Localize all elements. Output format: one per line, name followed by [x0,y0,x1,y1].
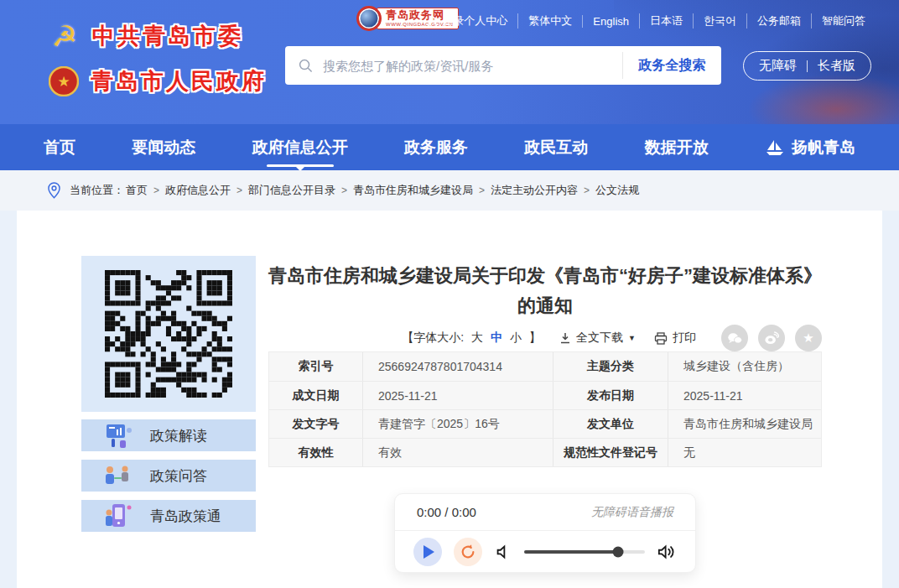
font-size-control: 【字体大小: 大 中 小 】 [402,330,541,346]
policy-hub-icon [100,502,137,529]
download-icon [559,332,571,344]
globe-icon [356,6,382,31]
svg-text:★: ★ [57,74,70,90]
sidebar-item-qingdao-policy-hub[interactable]: 青岛政策通 [81,500,256,532]
search-bar: 政务全搜索 [285,46,721,85]
breadcrumb-statutory-disclosure[interactable]: 法定主动公开内容 [491,183,578,198]
print-button[interactable]: 打印 [654,330,696,346]
font-size-medium[interactable]: 中 [491,330,502,346]
meta-label: 发文字号 [269,410,363,438]
meta-label: 主题分类 [553,352,668,381]
breadcrumb-home[interactable]: 首页 [126,183,148,198]
official-mail-link[interactable]: 公务邮箱 [746,13,811,29]
meta-value-publish-date: 2025-11-21 [668,389,821,403]
play-button[interactable] [413,538,442,566]
sidebar-item-policy-qa[interactable]: 政策问答 [81,460,256,492]
qr-code [105,270,232,398]
nav-home[interactable]: 首页 [44,124,75,170]
login-link[interactable]: 登录个人中心 [417,13,517,29]
mute-speaker-icon[interactable] [494,543,512,561]
favorite-button[interactable]: ★ [795,325,822,351]
meta-value-document-number: 青建管字〔2025〕16号 [363,417,553,432]
breadcrumb-dept-catalog[interactable]: 部门信息公开目录 [248,183,335,198]
smart-qa-link[interactable]: 智能问答 [811,13,876,29]
sidebar-item-policy-interpretation[interactable]: 政策解读 [81,419,256,451]
party-committee-name: 中共青岛市委 [92,21,243,51]
meta-label: 规范性文件登记号 [553,439,668,466]
english-link[interactable]: English [582,15,639,28]
weibo-icon [764,331,779,345]
meta-label: 成文日期 [269,382,363,409]
volume-slider[interactable] [524,550,645,554]
player-time: 0:00 / 0:00 [417,505,476,519]
meta-value-validity: 有效 [363,445,553,461]
site-header: ☭ 中共青岛市委 ★ 青岛市人民政府 青岛政务网 WWW.QINGDAO.GOV… [0,0,899,124]
meta-value-issuing-unit: 青岛市住房和城乡建设局 [668,417,821,432]
meta-value-written-date: 2025-11-21 [363,389,553,403]
nav-gov-services[interactable]: 政务服务 [404,124,468,170]
meta-value-index-number: 2566924787801704314 [363,360,553,373]
location-pin-icon [47,182,61,199]
download-button[interactable]: 全文下载 ▼ [559,330,636,346]
dropdown-caret-icon: ▼ [628,334,636,342]
korean-link[interactable]: 한국어 [693,13,746,29]
nav-sailing-qingdao[interactable]: 扬帆青岛 [765,124,855,170]
utility-links: 登录个人中心 繁体中文 English 日本语 한국어 公务邮箱 智能问答 [417,13,876,29]
loud-speaker-icon[interactable] [657,543,677,561]
document-title: 青岛市住房和城乡建设局关于印发《青岛市“好房子”建设标准体系》的通知 [268,261,822,320]
meta-label: 发文单位 [553,410,668,438]
barrier-free-button[interactable]: 无障碍 [759,58,797,74]
government-logo[interactable]: ★ 青岛市人民政府 [49,59,267,104]
nav-public-interaction[interactable]: 政民互动 [524,124,588,170]
nav-news[interactable]: 要闻动态 [132,124,195,170]
share-weibo-button[interactable] [758,325,785,351]
accessibility-pill: 无障碍 长者版 [743,51,871,81]
party-emblem-icon: ☭ [49,22,81,50]
play-icon [424,545,434,559]
main-navigation: 首页 要闻动态 政府信息公开 政务服务 政民互动 数据开放 扬帆青岛 [0,124,899,170]
policy-qa-icon [100,462,137,489]
table-row: 发文字号 青建管字〔2025〕16号 发文单位 青岛市住房和城乡建设局 [269,409,821,438]
party-committee-logo[interactable]: ☭ 中共青岛市委 [49,13,267,59]
player-label: 无障碍语音播报 [591,505,673,520]
audio-player: 0:00 / 0:00 无障碍语音播报 [394,493,696,573]
active-tab-underline [267,164,334,167]
volume-slider-thumb[interactable] [613,546,624,557]
replay-button[interactable] [454,538,482,566]
document-metadata-table: 索引号 2566924787801704314 主题分类 城乡建设（含住房） 成… [268,351,822,467]
meta-label: 发布日期 [553,382,668,409]
table-row: 有效性 有效 规范性文件登记号 无 [269,438,821,466]
qr-code-panel [81,256,256,412]
favorite-star-icon: ★ [803,330,813,346]
share-buttons: ★ [721,325,822,351]
font-size-small[interactable]: 小 [510,330,522,346]
search-submit-button[interactable]: 政务全搜索 [622,52,721,79]
table-row: 索引号 2566924787801704314 主题分类 城乡建设（含住房） [269,352,821,381]
nav-gov-info-disclosure[interactable]: 政府信息公开 [252,124,348,170]
meta-label: 有效性 [269,439,363,466]
content-card: 政策解读 政策问答 青岛政策通 青岛市住房和城乡建设局关于印发《青岛市“好房子”… [17,211,882,588]
breadcrumb-gov-info[interactable]: 政府信息公开 [165,183,231,198]
wechat-icon [727,332,742,345]
breadcrumb-official-documents[interactable]: 公文法规 [595,183,639,198]
national-emblem-icon: ★ [49,66,79,96]
article-toolbar: 【字体大小: 大 中 小 】 全文下载 ▼ 打印 [268,325,822,351]
user-icon [427,16,438,27]
nav-open-data[interactable]: 数据开放 [645,124,709,170]
breadcrumb: 当前位置： 首页 > 政府信息公开 > 部门信息公开目录 > 青岛市住房和城乡建… [0,170,899,211]
search-input[interactable] [323,59,622,73]
japanese-link[interactable]: 日本语 [639,13,693,29]
breadcrumb-housing-bureau[interactable]: 青岛市住房和城乡建设局 [353,183,473,198]
share-wechat-button[interactable] [721,325,748,351]
volume-slider-fill [524,550,618,554]
search-icon [299,59,313,73]
table-row: 成文日期 2025-11-21 发布日期 2025-11-21 [269,381,821,409]
government-name: 青岛市人民政府 [91,66,267,96]
print-icon [654,332,668,345]
font-size-large[interactable]: 大 [471,330,483,346]
policy-interpretation-icon [100,422,137,449]
meta-value-topic-category: 城乡建设（含住房） [668,359,821,374]
elder-version-button[interactable]: 长者版 [818,58,855,74]
traditional-chinese-link[interactable]: 繁体中文 [517,13,582,29]
meta-label: 索引号 [269,352,363,381]
